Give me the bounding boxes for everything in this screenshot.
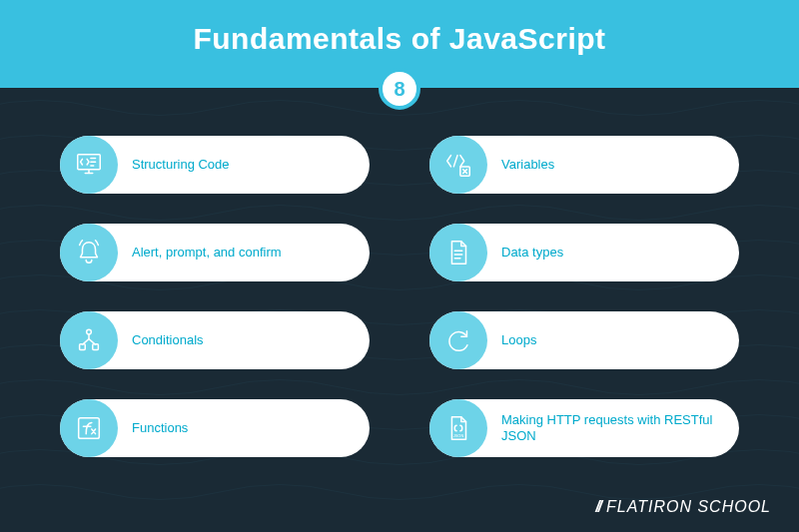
- svg-rect-5: [79, 418, 100, 439]
- topic-http-json: JSON Making HTTP requests with RESTful J…: [429, 399, 739, 457]
- topic-label: Data types: [501, 245, 563, 261]
- topic-alert-prompt-confirm: Alert, prompt, and confirm: [60, 224, 370, 281]
- loop-icon: [429, 311, 487, 369]
- content-area: Structuring Code Variables Alert, prompt…: [0, 88, 799, 532]
- code-var-icon: [429, 136, 487, 194]
- topic-label: Conditionals: [132, 332, 204, 348]
- document-icon: [429, 224, 487, 281]
- topic-label: Variables: [501, 157, 554, 173]
- bell-icon: [60, 224, 118, 281]
- topic-loops: Loops: [429, 311, 739, 369]
- branch-icon: [60, 311, 118, 369]
- count-badge: 8: [379, 68, 420, 110]
- topic-label: Functions: [132, 420, 188, 436]
- monitor-code-icon: [60, 136, 118, 194]
- slash-icon: //: [595, 498, 600, 516]
- svg-text:JSON: JSON: [453, 433, 464, 438]
- count-value: 8: [379, 68, 420, 110]
- topic-structuring-code: Structuring Code: [60, 136, 370, 194]
- topic-label: Making HTTP requests with RESTful JSON: [501, 412, 721, 445]
- topic-label: Alert, prompt, and confirm: [132, 245, 282, 261]
- json-icon: JSON: [429, 399, 487, 457]
- brand-name: FLATIRON SCHOOL: [606, 498, 771, 516]
- topic-data-types: Data types: [429, 224, 739, 281]
- topic-label: Loops: [501, 332, 536, 348]
- page-title: Fundamentals of JavaScript: [0, 22, 799, 56]
- topic-variables: Variables: [429, 136, 739, 194]
- footer-brand: // FLATIRON SCHOOL: [595, 498, 771, 516]
- topic-conditionals: Conditionals: [60, 311, 370, 369]
- topic-grid: Structuring Code Variables Alert, prompt…: [60, 136, 739, 457]
- function-icon: [60, 399, 118, 457]
- topic-functions: Functions: [60, 399, 370, 457]
- topic-label: Structuring Code: [132, 157, 230, 173]
